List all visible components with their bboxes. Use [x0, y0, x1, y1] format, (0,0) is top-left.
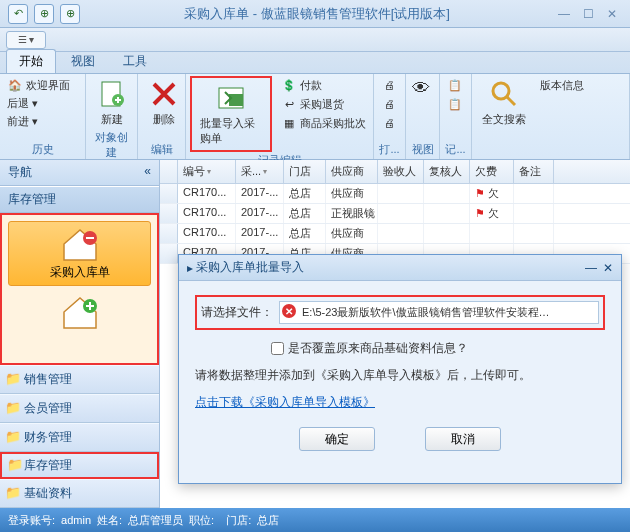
dialog-minimize[interactable]: — [585, 261, 597, 275]
ribbon: 🏠欢迎界面 后退 ▾ 前进 ▾ 历史 新建 对象创建 删除 编辑 [0, 74, 630, 160]
table-row[interactable]: CR170...2017-...总店供应商⚑ 欠 [160, 184, 630, 204]
window-title: 采购入库单 - 傲蓝眼镜销售管理软件[试用版本] [80, 5, 554, 23]
grid-header: 编号▾ 采...▾ 门店 供应商 验收人 复核人 欠费 备注 [160, 160, 630, 184]
print3-button[interactable]: 🖨 [378, 114, 400, 132]
nav-cat-sales[interactable]: 销售管理 [0, 365, 159, 394]
eye-icon: 👁 [412, 78, 436, 102]
titlebar: ↶ ⊕ ⊕ 采购入库单 - 傲蓝眼镜销售管理软件[试用版本] — ☐ ✕ [0, 0, 630, 28]
col-id[interactable]: 编号▾ [178, 160, 236, 183]
svg-rect-6 [86, 237, 94, 239]
new-icon [96, 78, 128, 110]
view-button[interactable]: 👁 [410, 76, 438, 104]
clip-icon: 📋 [447, 77, 463, 93]
house-minus-icon [60, 226, 100, 262]
money-icon: 💲 [281, 77, 297, 93]
svg-point-4 [493, 83, 509, 99]
nav-cat-stock[interactable]: 库存管理 [0, 452, 159, 479]
maximize-button[interactable]: ☐ [578, 6, 598, 22]
import-dialog: ▸ 采购入库单批量导入 — ✕ 请选择文件： ✕ E:\5-23最新版软件\傲蓝… [178, 254, 622, 484]
error-icon: ✕ [282, 304, 296, 318]
nav-item-purchase-in[interactable]: 采购入库单 [8, 221, 151, 286]
fulltext-search-button[interactable]: 全文搜索 [476, 76, 532, 129]
nav-item-purchase-return[interactable] [8, 290, 151, 334]
nav-fwd-icon[interactable]: ⊕ [34, 4, 54, 24]
nav-back-icon[interactable]: ↶ [8, 4, 28, 24]
forward-button[interactable]: 前进 ▾ [4, 113, 73, 130]
group-create-label: 对象创建 [90, 129, 133, 161]
tab-view[interactable]: 视图 [58, 49, 108, 73]
svg-rect-3 [229, 94, 243, 106]
clip1-button[interactable]: 📋 [444, 76, 466, 94]
nav-collapse-icon[interactable]: « [144, 164, 151, 181]
col-supplier[interactable]: 供应商 [326, 160, 378, 183]
welcome-button[interactable]: 🏠欢迎界面 [4, 76, 73, 94]
close-button[interactable]: ✕ [602, 6, 622, 22]
return-icon: ↩ [281, 96, 297, 112]
delete-icon [148, 78, 180, 110]
print-button[interactable]: 🖨 [378, 76, 400, 94]
batch-icon: ▦ [281, 115, 297, 131]
download-template-link[interactable]: 点击下载《采购入库单导入模板》 [195, 395, 375, 409]
group-print-label: 打... [378, 141, 401, 158]
house-plus-icon [60, 294, 100, 330]
file-path-input[interactable]: ✕ E:\5-23最新版软件\傲蓝眼镜销售管理软件安装程… [279, 301, 599, 324]
nav-cat-member[interactable]: 会员管理 [0, 394, 159, 423]
flag-icon: ⚑ [475, 207, 485, 219]
nav-fwd2-icon[interactable]: ⊕ [60, 4, 80, 24]
file-label: 请选择文件： [201, 304, 273, 321]
clip2-button[interactable]: 📋 [444, 95, 466, 113]
status-bar: 登录账号:admin 姓名:总店管理员 职位: 门店:总店 [0, 508, 630, 532]
nav-categories: 销售管理 会员管理 财务管理 库存管理 基础资料 [0, 365, 159, 508]
overwrite-label: 是否覆盖原来商品基础资料信息？ [288, 340, 468, 357]
nav-icon-list: 采购入库单 [0, 213, 159, 365]
search-icon [488, 78, 520, 110]
printer2-icon: 🖨 [381, 96, 397, 112]
col-owe[interactable]: 欠费 [470, 160, 514, 183]
cancel-button[interactable]: 取消 [425, 427, 501, 451]
home-icon: 🏠 [7, 77, 23, 93]
version-info-button[interactable]: 版本信息 [534, 76, 590, 95]
col-checker[interactable]: 验收人 [378, 160, 424, 183]
delete-button[interactable]: 删除 [142, 76, 186, 129]
dialog-icon: ▸ [187, 261, 193, 275]
print2-button[interactable]: 🖨 [378, 95, 400, 113]
ok-button[interactable]: 确定 [299, 427, 375, 451]
back-button[interactable]: 后退 ▾ [4, 95, 73, 112]
nav-pane: 导航« 库存管理 采购入库单 销售管理 会员管理 财务管理 库存管理 基础资料 [0, 160, 160, 508]
qat-menu-button[interactable]: ☰ ▾ [6, 31, 46, 49]
group-view-label: 视图 [410, 141, 435, 158]
tab-start[interactable]: 开始 [6, 49, 56, 73]
return-button[interactable]: ↩采购退货 [278, 95, 369, 113]
nav-cat-basic[interactable]: 基础资料 [0, 479, 159, 508]
overwrite-checkbox[interactable] [271, 342, 284, 355]
dialog-titlebar: ▸ 采购入库单批量导入 — ✕ [179, 255, 621, 281]
table-row[interactable]: CR170...2017-...总店正视眼镜⚑ 欠 [160, 204, 630, 224]
ribbon-tabstrip: 开始 视图 工具 [0, 52, 630, 74]
tab-tools[interactable]: 工具 [110, 49, 160, 73]
printer3-icon: 🖨 [381, 115, 397, 131]
nav-section-header[interactable]: 库存管理 [0, 186, 159, 213]
dialog-title: 采购入库单批量导入 [196, 259, 304, 276]
batch-button[interactable]: ▦商品采购批次 [278, 114, 369, 132]
nav-title: 导航« [0, 160, 159, 186]
col-reviewer[interactable]: 复核人 [424, 160, 470, 183]
col-note[interactable]: 备注 [514, 160, 554, 183]
pay-button[interactable]: 💲付款 [278, 76, 369, 94]
nav-item-label: 采购入库单 [50, 264, 110, 281]
minimize-button[interactable]: — [554, 6, 574, 22]
flag-icon: ⚑ [475, 187, 485, 199]
group-edit-label: 编辑 [142, 141, 181, 158]
table-row[interactable]: CR170...2017-...总店供应商 [160, 224, 630, 244]
col-date[interactable]: 采...▾ [236, 160, 284, 183]
file-path-text: E:\5-23最新版软件\傲蓝眼镜销售管理软件安装程… [302, 306, 550, 318]
import-icon [215, 82, 247, 114]
clip2-icon: 📋 [447, 96, 463, 112]
import-note: 请将数据整理并添加到《采购入库单导入模板》后，上传即可。 [195, 367, 605, 384]
group-clip-label: 记... [444, 141, 467, 158]
col-store[interactable]: 门店 [284, 160, 326, 183]
new-button[interactable]: 新建 [90, 76, 134, 129]
bulk-import-button[interactable]: 批量导入采购单 [190, 76, 272, 152]
dialog-close[interactable]: ✕ [603, 261, 613, 275]
file-select-row: 请选择文件： ✕ E:\5-23最新版软件\傲蓝眼镜销售管理软件安装程… [195, 295, 605, 330]
nav-cat-finance[interactable]: 财务管理 [0, 423, 159, 452]
